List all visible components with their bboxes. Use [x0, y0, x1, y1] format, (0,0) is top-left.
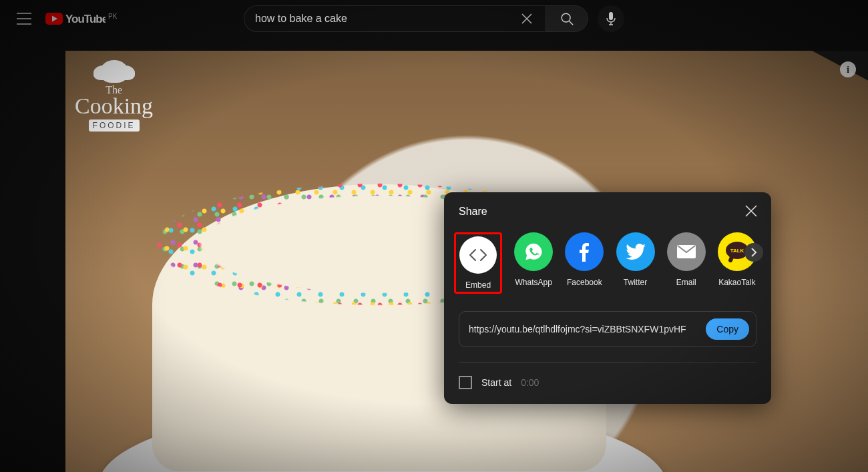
share-option-whatsapp[interactable]: WhatsApp — [514, 232, 553, 287]
share-option-twitter[interactable]: Twitter — [616, 232, 654, 287]
channel-logo-line1: The — [75, 84, 153, 96]
share-option-embed[interactable]: Embed — [454, 232, 502, 294]
channel-logo-line3: FOODIE — [89, 120, 140, 132]
share-option-label: WhatsApp — [514, 278, 553, 287]
start-at-time[interactable]: 0:00 — [521, 377, 539, 388]
start-at-label: Start at — [481, 377, 511, 388]
channel-logo-line2: Cooking — [75, 96, 153, 117]
chevron-right-icon — [750, 248, 757, 257]
email-icon — [676, 244, 696, 259]
twitter-icon — [626, 244, 646, 260]
hamburger-icon — [17, 13, 31, 25]
youtube-logo-icon: YouTube — [45, 11, 105, 26]
share-url-row: https://youtu.be/qtlhdlfojmc?si=viZBBtSN… — [459, 311, 756, 347]
start-at-checkbox[interactable] — [459, 376, 472, 389]
knife — [411, 51, 868, 101]
share-option-label: Facebook — [565, 278, 604, 287]
share-option-label: KakaoTalk — [718, 278, 756, 287]
svg-text:YouTube: YouTube — [65, 13, 105, 25]
menu-button[interactable] — [11, 5, 37, 32]
svg-rect-3 — [609, 12, 613, 20]
share-dialog-title: Share — [459, 206, 756, 218]
region-code: PK — [108, 13, 117, 20]
share-dialog: Share Embed WhatsApp Facebook Twit — [444, 192, 771, 404]
close-icon — [521, 13, 533, 25]
channel-logo: The Cooking FOODIE — [75, 60, 153, 132]
search-button[interactable] — [546, 5, 588, 32]
share-option-label: Email — [667, 278, 706, 287]
header: YouTube PK — [0, 0, 868, 37]
share-options-next-button[interactable] — [744, 243, 763, 262]
close-icon — [744, 204, 758, 218]
copy-button[interactable]: Copy — [706, 318, 749, 340]
svg-point-2 — [562, 13, 570, 22]
share-options-row: Embed WhatsApp Facebook Twitter Email — [459, 232, 756, 294]
facebook-icon — [579, 242, 590, 262]
share-option-label: Embed — [458, 280, 498, 290]
search-box[interactable] — [244, 5, 546, 32]
share-option-email[interactable]: Email — [667, 232, 706, 287]
svg-text:TALK: TALK — [730, 248, 744, 254]
share-dialog-close-button[interactable] — [740, 200, 762, 222]
share-url-text[interactable]: https://youtu.be/qtlhdlfojmc?si=viZBBtSN… — [469, 324, 706, 334]
embed-icon — [468, 248, 488, 262]
search-bar — [244, 5, 624, 32]
whatsapp-icon — [523, 242, 544, 262]
search-icon — [560, 11, 574, 26]
start-at-row: Start at 0:00 — [459, 376, 756, 389]
clear-search-button[interactable] — [519, 11, 535, 27]
chef-hat-icon — [100, 60, 128, 83]
divider — [459, 362, 756, 363]
search-input[interactable] — [255, 13, 519, 25]
youtube-logo[interactable]: YouTube PK — [45, 11, 117, 26]
microphone-icon — [606, 12, 616, 25]
share-option-label: Twitter — [616, 278, 654, 287]
share-option-facebook[interactable]: Facebook — [565, 232, 604, 287]
voice-search-button[interactable] — [598, 5, 624, 32]
info-button[interactable]: i — [840, 61, 856, 77]
